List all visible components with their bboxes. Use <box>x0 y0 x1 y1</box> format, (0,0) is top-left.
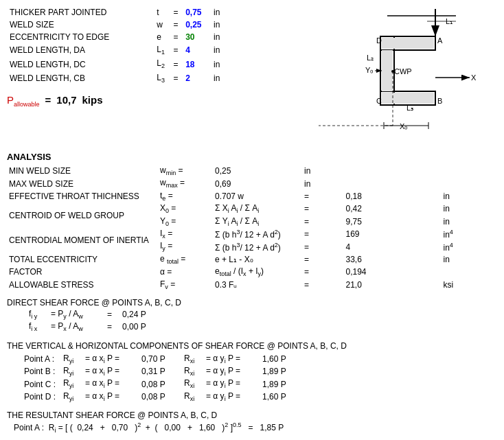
point-a-row: Point A : Ryi = α xi P = 0,70 P Rxi = α … <box>22 354 485 364</box>
fiy-value: 0,24 P <box>122 309 146 320</box>
Ryi-d-formula: = α xi P = <box>83 391 138 402</box>
X0-sym: X0 = <box>158 202 213 215</box>
allow-stress-label: ALLOWABLE STRESS <box>7 279 158 291</box>
svg-text:Y₀: Y₀ <box>365 66 374 74</box>
alpha-equals: = <box>302 266 343 278</box>
Fv-equals: = <box>302 279 343 291</box>
row-factor: FACTOR α = etotal / (Ix + Iy) = 0,194 <box>7 266 497 278</box>
w-value: 0,25 <box>184 19 211 30</box>
Ryi-b-sym: Ryi <box>61 366 82 377</box>
svg-rect-12 <box>382 93 434 104</box>
analysis-table: MIN WELD SIZE wmin = 0,25 in MAX WELD SI… <box>7 165 497 291</box>
L1-value: 4 <box>184 44 211 56</box>
equals6: = <box>172 72 183 84</box>
row-weld-da: WELD LENGTH, DA L1 = 4 in <box>8 44 225 56</box>
row-total-ecc: TOTAL ECCENTRICITY e total = e + L₁ - X₀… <box>7 253 497 266</box>
Ix-unit: in4 <box>441 228 497 240</box>
w-unit: in <box>212 19 225 30</box>
centroidal-label: CENTRODIAL MOMENT OF INERTIA <box>7 228 158 253</box>
alpha-formula: etotal / (Ix + Iy) <box>213 266 302 278</box>
weld-diagram: L₁ D A B C CWP Y₀ <box>319 9 497 146</box>
svg-text:B: B <box>437 97 442 105</box>
e-label: e <box>155 32 170 43</box>
L3-unit: in <box>212 72 225 84</box>
analysis-section: ANALYSIS MIN WELD SIZE wmin = 0,25 in MA… <box>7 152 497 435</box>
resultant-a-v4: 1,60 <box>199 423 215 432</box>
svg-rect-11 <box>382 50 393 91</box>
Rxi-d-sym: Rxi <box>182 391 203 402</box>
equals1: = <box>172 7 183 18</box>
equals4: = <box>172 44 183 56</box>
point-b-row: Point B : Ryi = α xi P = 0,31 P Rxi = α … <box>22 366 485 377</box>
Fv-formula: 0.3 Fᵤ <box>213 279 302 291</box>
te-formula: 0.707 w <box>213 190 302 202</box>
resultant-a-v3: 0,00 <box>165 423 181 432</box>
resultant-a-name: Point A : Ri = [ ( <box>14 423 75 432</box>
allowable-equals: = <box>45 94 51 106</box>
te-sym: te = <box>158 190 213 202</box>
Rxi-a-sym: Rxi <box>182 354 203 364</box>
svg-text:L₃: L₃ <box>406 104 413 112</box>
te-equals: = <box>302 190 343 202</box>
row-weld-size: WELD SIZE w = 0,25 in <box>8 19 225 30</box>
svg-text:D: D <box>376 36 382 45</box>
eccentricity-label: ECCENTRICITY TO EDGE <box>8 32 154 43</box>
Rxi-c-sym: Rxi <box>182 378 203 389</box>
row-max-weld: MAX WELD SIZE wmax = 0,69 in <box>7 177 497 189</box>
svg-text:C: C <box>376 97 382 105</box>
Iy-sym: Iy = <box>158 240 213 253</box>
fiy-equals: = <box>107 309 121 320</box>
Iy-formula: Σ (b h3/ 12 + A d2) <box>213 240 302 253</box>
weld-size-label: WELD SIZE <box>8 19 154 30</box>
L3-label: L3 <box>155 72 170 84</box>
row-eff-throat: EFFECTIVE THROAT THICHNESS te = 0.707 w … <box>7 190 497 202</box>
Ryi-a-sym: Ryi <box>61 354 82 364</box>
wmax-unit: in <box>302 177 343 189</box>
Y0-value: 9,75 <box>343 216 441 228</box>
row-allow-stress: ALLOWABLE STRESS Fv = 0.3 Fᵤ = 21,0 ksi <box>7 279 497 291</box>
Fv-value: 21,0 <box>343 279 441 291</box>
row-weld-cb: WELD LENGTH, CB L3 = 2 in <box>8 72 225 84</box>
Ix-formula: Σ (b h3/ 12 + A d2) <box>213 228 302 240</box>
Ix-sym: Ix = <box>158 228 213 240</box>
point-b-label: Point B : <box>22 366 60 377</box>
wmax-sym: wmax = <box>158 177 213 189</box>
resultant-title: THE RESULTANT SHEAR FORCE @ POINTS A, B,… <box>7 410 497 420</box>
fiy-formula: = Py / Aw <box>51 309 106 320</box>
point-d-row: Point D : Ryi = α xi P = 0,08 P Rxi = α … <box>22 391 485 402</box>
analysis-title: ANALYSIS <box>7 152 497 162</box>
row-eccentricity: ECCENTRICITY TO EDGE e = 30 in <box>8 32 225 43</box>
Rxi-a-val: 1,60 P <box>260 354 485 364</box>
svg-text:A: A <box>437 36 443 45</box>
Rxi-d-formula: = α yi P = <box>204 391 259 402</box>
Rxi-a-formula: = α yi P = <box>204 354 259 364</box>
Rxi-d-val: 1,60 P <box>260 391 485 402</box>
L1-unit: in <box>212 44 225 56</box>
thicker-part-label: THICKER PART JOINTED <box>8 7 154 18</box>
direct-shear-section: DIRECT SHEAR FORCE @ POINTS A, B, C, D f… <box>7 298 497 334</box>
factor-label: FACTOR <box>7 266 158 278</box>
L2-label: L2 <box>155 58 170 70</box>
resultant-point-a: Point A : Ri = [ ( 0,24 + 0,70 )2 + ( 0,… <box>14 421 497 434</box>
Iy-unit: in4 <box>441 240 497 253</box>
fix-formula: = Px / Aw <box>51 321 106 332</box>
weld-da-label: WELD LENGTH, DA <box>8 44 154 56</box>
row-fiy: fi y = Py / Aw = 0,24 P <box>29 309 146 320</box>
svg-text:CWP: CWP <box>394 67 412 76</box>
Ryi-b-formula: = α xi P = <box>83 366 138 377</box>
L3-value: 2 <box>184 72 211 84</box>
Fv-unit: ksi <box>441 279 497 291</box>
row-min-weld: MIN WELD SIZE wmin = 0,25 in <box>7 165 497 177</box>
point-c-label: Point C : <box>22 378 60 389</box>
Y0-formula: Σ Yi Ai / Σ Ai <box>213 216 302 228</box>
te-value: 0,18 <box>343 190 441 202</box>
resultant-a-exp1: )2 + ( <box>130 423 163 432</box>
allowable-section: Pallowable = 10,7 kips <box>7 94 227 108</box>
Ryi-c-formula: = α xi P = <box>83 378 138 389</box>
t-label: t <box>155 7 170 18</box>
p-allowable-label: Pallowable <box>7 94 40 108</box>
resultant-a-result: 1,85 P <box>260 423 284 432</box>
Iy-value: 4 <box>343 240 441 253</box>
allowable-unit: kips <box>82 94 103 106</box>
Rxi-b-formula: = α yi P = <box>204 366 259 377</box>
